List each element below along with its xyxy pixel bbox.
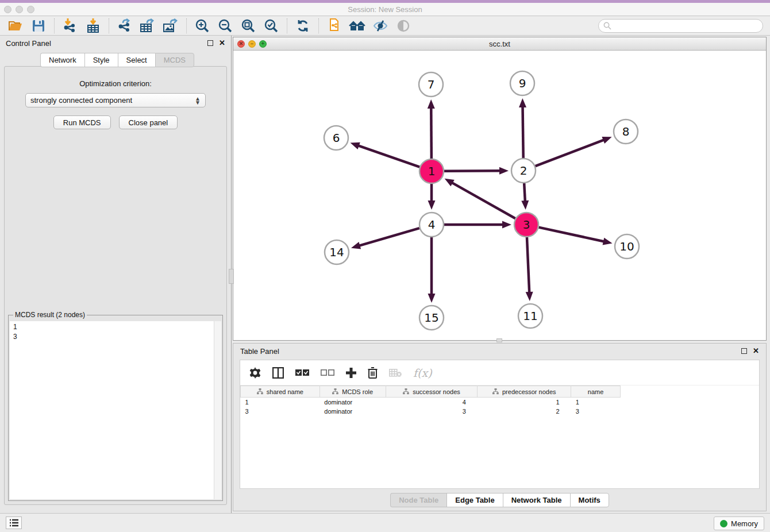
column-header-successor-nodes[interactable]: successor nodes (386, 386, 478, 398)
refresh-network-icon[interactable] (294, 18, 311, 33)
tab-mcds[interactable]: MCDS (155, 53, 194, 67)
float-panel-icon[interactable] (207, 40, 213, 46)
import-network-icon[interactable] (61, 18, 79, 33)
zoom-fit-icon[interactable] (240, 18, 257, 33)
network-resize-handle[interactable] (496, 338, 502, 342)
tab-select[interactable]: Select (118, 53, 155, 67)
table-cell[interactable]: 1 (571, 398, 621, 407)
tab-motifs[interactable]: Motifs (570, 493, 609, 507)
graph-arrowhead-2-8 (602, 137, 611, 144)
save-session-icon[interactable] (30, 18, 47, 33)
column-panel-icon[interactable] (272, 367, 284, 379)
table-cell[interactable]: 1 (478, 398, 571, 407)
graph-node-2[interactable]: 2 (511, 159, 536, 183)
svg-text:7: 7 (428, 78, 435, 91)
column-header-shared-name[interactable]: shared name (241, 386, 320, 398)
select-all-icon[interactable] (295, 369, 309, 376)
export-network-icon[interactable] (116, 18, 133, 33)
zoom-out-icon[interactable] (217, 18, 234, 33)
graph-edge-3-11[interactable] (527, 237, 529, 294)
graph-arrowhead-3-10 (603, 238, 613, 245)
graph-edge-1-7[interactable] (431, 107, 432, 159)
network-graph-canvas[interactable]: 7968124314101511 (233, 51, 766, 340)
memory-button[interactable]: Memory (714, 516, 764, 530)
tab-edge-table[interactable]: Edge Table (446, 493, 502, 507)
graph-edge-1-6[interactable] (357, 145, 419, 167)
import-table-icon[interactable] (84, 18, 102, 33)
criterion-select[interactable]: strongly connected component ▲▼ (25, 93, 206, 107)
hide-selected-icon[interactable] (372, 18, 389, 33)
table-cell[interactable]: 4 (386, 398, 478, 407)
table-cell[interactable]: dominator (319, 407, 386, 416)
zoom-in-icon[interactable] (194, 18, 211, 33)
result-scrollbar[interactable] (214, 321, 221, 499)
main-toolbar (0, 17, 770, 36)
network-window-titlebar[interactable]: ✕ − + scc.txt (233, 37, 766, 51)
table-row[interactable]: 3dominator323 (241, 407, 621, 416)
graph-node-15[interactable]: 15 (419, 306, 444, 330)
graph-node-3[interactable]: 3 (514, 213, 538, 237)
table-cell[interactable]: 3 (571, 407, 621, 416)
delete-column-icon[interactable] (368, 367, 378, 379)
graph-node-11[interactable]: 11 (518, 304, 542, 328)
svg-text:3: 3 (523, 218, 530, 232)
export-image-icon[interactable] (162, 18, 179, 33)
add-column-icon[interactable] (346, 368, 356, 378)
graph-node-1[interactable]: 1 (419, 159, 444, 183)
table-float-icon[interactable] (741, 348, 747, 354)
table-settings-gear-icon[interactable] (249, 367, 261, 379)
show-hidden-icon[interactable] (395, 18, 412, 33)
column-header-MCDS-role[interactable]: MCDS role (319, 386, 386, 398)
graph-node-14[interactable]: 14 (325, 240, 349, 264)
zoom-selected-icon[interactable] (263, 18, 280, 33)
graph-edge-1-2[interactable] (444, 171, 501, 171)
show-all-icon[interactable] (349, 18, 366, 33)
panel-divider-handle[interactable] (229, 269, 234, 284)
graph-node-7[interactable]: 7 (419, 72, 443, 97)
control-panel-tabs: NetworkStyleSelectMCDS (40, 53, 231, 67)
table-cell[interactable]: 1 (241, 398, 320, 407)
graph-node-8[interactable]: 8 (614, 119, 638, 144)
table-close-icon[interactable]: ✕ (753, 348, 759, 354)
graph-node-9[interactable]: 9 (510, 71, 534, 95)
tab-node-table[interactable]: Node Table (390, 493, 446, 507)
graph-edge-2-9[interactable] (523, 106, 523, 158)
run-mcds-button[interactable]: Run MCDS (53, 115, 111, 129)
column-type-icon (257, 388, 263, 395)
column-header-predecessor-nodes[interactable]: predecessor nodes (478, 386, 571, 398)
table-cell[interactable]: 3 (386, 407, 478, 416)
table-row[interactable]: 1dominator411 (241, 398, 621, 407)
graph-edge-3-1[interactable] (451, 182, 515, 218)
tab-network[interactable]: Network (40, 53, 84, 67)
tab-network-table[interactable]: Network Table (503, 493, 570, 507)
close-panel-button[interactable]: Close panel (119, 115, 178, 129)
graph-node-10[interactable]: 10 (615, 234, 639, 259)
table-cell[interactable]: dominator (319, 398, 386, 407)
clone-network-icon[interactable] (326, 18, 343, 33)
graph-edge-3-10[interactable] (538, 228, 605, 242)
export-table-icon[interactable] (139, 18, 156, 33)
graph-node-4[interactable]: 4 (419, 213, 444, 237)
memory-label: Memory (731, 519, 758, 528)
mcds-result-box: MCDS result (2 nodes) 1 3 (8, 315, 223, 501)
table-cell[interactable]: 3 (241, 407, 320, 416)
task-history-button[interactable] (6, 516, 22, 529)
column-header-name[interactable]: name (571, 386, 621, 398)
open-session-icon[interactable] (7, 18, 24, 33)
graph-edge-2-3[interactable] (524, 183, 525, 202)
node-table[interactable]: shared nameMCDS rolesuccessor nodesprede… (240, 385, 621, 416)
function-builder-icon: f(x) (413, 367, 432, 379)
table-panel-title: Table Panel (240, 347, 741, 356)
deselect-all-icon[interactable] (321, 369, 334, 376)
graph-node-6[interactable]: 6 (324, 126, 348, 150)
mcds-result-area[interactable]: 1 3 (10, 321, 221, 499)
table-tabs: Node TableEdge TableNetwork TableMotifs (233, 493, 766, 507)
graph-edge-2-8[interactable] (536, 140, 605, 166)
search-input[interactable] (598, 19, 763, 33)
close-panel-icon[interactable]: ✕ (219, 40, 225, 46)
svg-text:4: 4 (428, 218, 436, 232)
tab-style[interactable]: Style (84, 53, 118, 67)
table-cell[interactable]: 2 (478, 407, 571, 416)
svg-text:6: 6 (333, 131, 340, 145)
graph-edge-4-14[interactable] (358, 228, 419, 246)
